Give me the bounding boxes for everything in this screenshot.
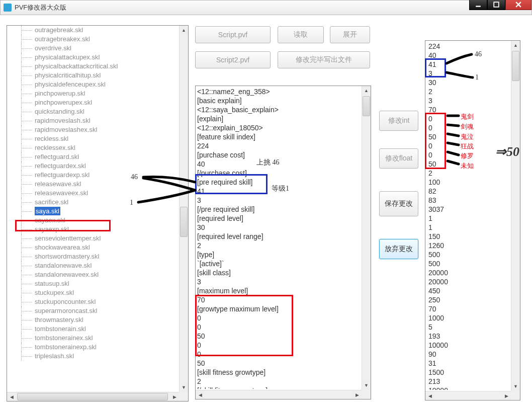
scroll-left-icon[interactable]: ◀ [425,391,434,400]
tree-item[interactable]: rapidmoveslashex.skl [7,125,179,134]
annotation-class-label: 未知 [461,162,474,171]
scroll-down-icon[interactable]: ▼ [362,381,371,390]
modify-int-button[interactable]: 修改int [379,111,418,131]
tree-item[interactable]: saya.skl [7,207,179,216]
tree-item-label: stuckuponcounter.skl [35,298,96,305]
tree-item-label: tripleslash.skl [35,352,74,360]
tree-item[interactable]: pinchpowerup.skl [7,89,179,98]
window-buttons [469,0,531,10]
scroll-down-icon[interactable]: ▼ [180,383,188,392]
scroll-thumb-v[interactable] [363,96,370,116]
scroll-up-icon[interactable]: ▲ [180,26,188,35]
tree-item-label: statusup.skl [35,280,69,287]
script2-button[interactable]: Script2.pvf [195,51,271,68]
svg-rect-1 [494,2,499,7]
annotation-handwritten: ⇒50 [495,144,519,159]
annotation-class-label: 修罗 [461,151,474,160]
tree-item[interactable]: senseviolenttemper.skl [7,234,179,243]
tree-item-label: outragebreakex.skl [35,35,90,43]
tree-item[interactable]: standalonewaveex.skl [7,270,179,279]
scroll-corner [511,391,520,400]
tree-item-label: releasewaveex.skl [35,189,88,197]
tree-item[interactable]: throwmastery.skl [7,315,179,325]
scroll-up-icon[interactable]: ▲ [511,41,520,50]
tree-item-label: sayaexp.skl [35,225,69,233]
scroll-left-icon[interactable]: ◀ [196,390,205,399]
tree-item-label: stuckupex.skl [35,289,74,296]
tree-item[interactable]: physicalbackattackcritical.skl [7,62,179,71]
discard-button[interactable]: 放弃更改 [379,239,418,259]
file-tree-panel: outragebreak.skloutragebreakex.skloverdr… [7,25,189,401]
tree-item[interactable]: shortswordmastery.skl [7,252,179,261]
values-scrollbar-h[interactable]: ◀ ▶ [425,391,511,400]
tree-item[interactable]: superarmoroncast.skl [7,306,179,315]
annotation-left-num1: 46 [131,173,138,181]
scroll-down-icon[interactable]: ▼ [511,382,520,391]
tree-item[interactable]: pinchpowerupex.skl [7,98,179,107]
close-button[interactable] [505,0,531,10]
scroll-thumb-v[interactable] [180,207,188,237]
tree-item[interactable]: tombstonerainexp.skl [7,343,179,352]
script1-button[interactable]: Script.pvf [195,26,271,43]
tree-scrollbar-h[interactable]: ◀ ▶ [7,392,179,401]
app-icon [4,4,12,12]
tree-item[interactable]: outragebreakex.skl [7,35,179,44]
tree-item-label: standalonewave.skl [35,262,92,269]
scroll-left-icon[interactable]: ◀ [7,392,16,401]
tree-item[interactable]: releasewaveex.skl [7,189,179,198]
expand-button[interactable]: 展开 [330,26,370,43]
maximize-button[interactable] [487,0,505,10]
tree-item[interactable]: releasewave.skl [7,180,179,189]
tree-item-label: physicaldefenceupex.skl [35,81,106,88]
scroll-thumb-v[interactable] [512,51,519,81]
tree-item[interactable]: tripleslash.skl [7,352,179,361]
tree-item[interactable]: rapidmoveslash.skl [7,116,179,125]
tree-item[interactable]: quickstanding.skl [7,107,179,116]
tree-item[interactable]: tombstonerain.skl [7,325,179,334]
modify-float-button[interactable]: 修改float [379,148,418,169]
script-scrollbar-h[interactable]: ◀ ▶ [196,390,362,399]
tree-item[interactable]: overdrive.skl [7,44,179,53]
tree-item[interactable]: shockwavearea.skl [7,243,179,252]
read-button[interactable]: 读取 [278,26,324,43]
minimize-button[interactable] [469,0,487,10]
tree-item[interactable]: recklessex.skl [7,143,179,152]
tree-item-label: outragebreak.skl [35,26,83,34]
tree-item-label: superarmoroncast.skl [35,307,97,314]
tree-item[interactable]: reflectguard.skl [7,152,179,162]
tree-item-label: sacrifice.skl [35,198,68,206]
scroll-right-icon[interactable]: ▶ [502,391,511,400]
tree-item[interactable]: statusup.skl [7,279,179,288]
file-tree[interactable]: outragebreak.skloutragebreakex.skloverdr… [7,26,179,392]
scroll-right-icon[interactable]: ▶ [170,392,179,401]
save-button[interactable]: 保存更改 [379,191,418,216]
annotation-class-label: 狂战 [461,142,474,151]
tree-item[interactable]: sacrifice.skl [7,198,179,207]
values-scrollbar-v[interactable]: ▲ ▼ [511,41,520,391]
tree-item[interactable]: stuckupex.skl [7,288,179,297]
tree-scrollbar-v[interactable]: ▲ ▼ [179,26,188,392]
scroll-right-icon[interactable]: ▶ [352,390,362,399]
tree-item[interactable]: tombstonerainex.skl [7,334,179,343]
tree-item-label: overdrive.skl [35,44,71,52]
script-text-panel: <12::name2_eng_358> [basic explain] <12:… [195,86,371,399]
scroll-thumb-h[interactable] [17,393,168,400]
tree-item[interactable]: physicalcriticalhitup.skl [7,71,179,80]
tree-item[interactable]: standalonewave.skl [7,261,179,270]
tree-item-label: standalonewaveex.skl [35,271,99,278]
tree-item[interactable]: sayaex.skl [7,216,179,225]
script-textarea[interactable]: <12::name2_eng_358> [basic explain] <12:… [197,87,361,389]
tree-item[interactable]: reckless.skl [7,134,179,143]
writeout-button[interactable]: 修改完毕写出文件 [278,51,370,68]
tree-item[interactable]: physicaldefenceupex.skl [7,80,179,89]
tree-item[interactable]: outragebreak.skl [7,26,179,35]
scroll-up-icon[interactable]: ▲ [362,86,371,95]
value-list[interactable]: 224 40 41 3 30 2 3 70 0 0 50 0 0 50 2 10… [428,42,510,390]
tree-item-label: throwmastery.skl [35,316,83,324]
tree-item[interactable]: stuckuponcounter.skl [7,297,179,306]
script-scrollbar-v[interactable]: ▲ ▼ [362,86,371,390]
tree-item[interactable]: physicalattackupex.skl [7,53,179,62]
tree-item[interactable]: sayaexp.skl [7,225,179,234]
tree-item[interactable]: reflectguardex.skl [7,162,179,171]
tree-item[interactable]: reflectguardexp.skl [7,171,179,180]
